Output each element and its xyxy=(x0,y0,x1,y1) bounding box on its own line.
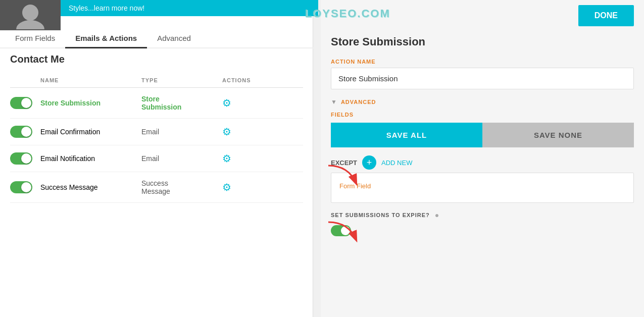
table-row: Success Message SuccessMessage ⚙ xyxy=(10,172,303,203)
expire-label: SET SUBMISSIONS TO EXPIRE? xyxy=(331,212,430,218)
save-buttons: SAVE ALL SAVE NONE xyxy=(331,123,634,147)
advanced-section: ▼ ADVANCED xyxy=(331,98,634,105)
tab-form-fields[interactable]: Form Fields xyxy=(5,29,65,47)
row-name-email-notification: Email Notification xyxy=(40,154,141,163)
action-name-label: ACTION NAME xyxy=(331,59,634,65)
fields-label: FIELDS xyxy=(331,112,634,118)
gear-icon-email-confirmation[interactable]: ⚙ xyxy=(222,126,231,137)
row-type-store-submission: StoreSubmission xyxy=(141,95,222,111)
gear-icon-store-submission[interactable]: ⚙ xyxy=(222,97,231,109)
svg-point-0 xyxy=(22,5,38,21)
page-title: Contact Me xyxy=(10,54,65,65)
gear-icon-email-notification[interactable]: ⚙ xyxy=(222,153,231,164)
row-type-success-message: SuccessMessage xyxy=(141,179,222,195)
row-type-email-confirmation: Email xyxy=(141,128,222,136)
tabs: Form Fields Emails & Actions Advanced xyxy=(0,20,313,48)
expire-toggle[interactable] xyxy=(331,225,351,236)
add-new-button[interactable]: + xyxy=(362,155,376,170)
info-icon: ● xyxy=(435,211,439,219)
tab-advanced[interactable]: Advanced xyxy=(147,29,201,47)
action-name-input[interactable] xyxy=(331,68,634,89)
save-all-button[interactable]: SAVE ALL xyxy=(331,123,482,147)
fields-box: Form Field xyxy=(331,173,634,203)
except-row: EXCEPT + ADD NEW xyxy=(331,155,634,170)
table-header: NAME TYPE ACTIONS xyxy=(10,73,303,88)
row-type-email-notification: Email xyxy=(141,154,222,163)
save-none-button[interactable]: SAVE NONE xyxy=(482,123,634,147)
watermark: LOYSEO.COM xyxy=(305,7,390,20)
left-panel: Styles...learn more now! Form Fields Ema… xyxy=(0,0,313,317)
row-name-email-confirmation: Email Confirmation xyxy=(40,128,141,136)
toggle-success-message[interactable] xyxy=(10,181,32,193)
col-header-name: NAME xyxy=(40,77,141,83)
done-button[interactable]: DONE xyxy=(578,5,634,26)
table-row: Store Submission StoreSubmission ⚙ xyxy=(10,88,303,119)
panel-title: Store Submission xyxy=(331,35,634,48)
add-new-label[interactable]: ADD NEW xyxy=(381,159,412,167)
except-label: EXCEPT xyxy=(331,159,357,167)
row-name-success-message: Success Message xyxy=(40,183,141,191)
row-name-store-submission: Store Submission xyxy=(40,99,141,107)
expire-row: SET SUBMISSIONS TO EXPIRE? ● xyxy=(331,211,634,219)
top-banner: Styles...learn more now! xyxy=(61,0,318,16)
toggle-email-notification[interactable] xyxy=(10,152,32,165)
right-panel: Store Submission ACTION NAME ▼ ADVANCED … xyxy=(321,0,644,317)
col-header-actions: ACTIONS xyxy=(222,77,263,83)
toggle-store-submission[interactable] xyxy=(10,97,32,109)
table-row: Email Notification Email ⚙ xyxy=(10,145,303,172)
tab-emails-actions[interactable]: Emails & Actions xyxy=(65,29,147,47)
form-field-tag: Form Field xyxy=(339,182,371,190)
advanced-label: ADVANCED xyxy=(341,99,376,105)
triangle-icon: ▼ xyxy=(331,98,337,105)
table: NAME TYPE ACTIONS Store Submission Store… xyxy=(10,73,303,203)
col-header-type: TYPE xyxy=(141,77,222,83)
toggle-email-confirmation[interactable] xyxy=(10,126,32,138)
gear-icon-success-message[interactable]: ⚙ xyxy=(222,182,231,193)
table-row: Email Confirmation Email ⚙ xyxy=(10,119,303,145)
